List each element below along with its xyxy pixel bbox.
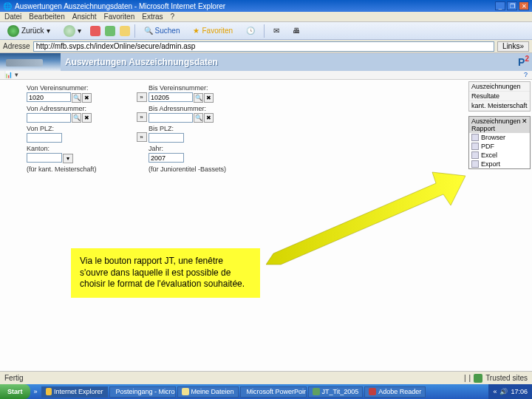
lookup-icon[interactable]: 🔍 [194, 113, 203, 123]
taskbar-item[interactable]: Posteingang - Micros... [109, 386, 176, 398]
forward-button[interactable]: ▾ [59, 24, 86, 38]
filter-form: Von Vereinsnummer: 🔍✖ » Bis Vereinsnumme… [27, 84, 337, 176]
help-button[interactable]: ? [524, 71, 528, 79]
maximize-button[interactable]: ❐ [507, 1, 517, 10]
menu-edit[interactable]: Bearbeiten [29, 13, 64, 21]
bis-plz-input[interactable] [149, 133, 184, 143]
stop-button[interactable] [90, 26, 100, 36]
von-verein-input[interactable] [27, 92, 71, 102]
lookup-icon[interactable]: 🔍 [72, 113, 81, 123]
search-button[interactable]: 🔍 Suchen [140, 25, 185, 36]
panel-item-label: Excel [481, 151, 497, 159]
tray-expand-icon[interactable]: « [493, 388, 497, 395]
taskbar-label: Internet Explorer [54, 388, 103, 395]
home-button[interactable] [120, 26, 130, 36]
page-title: Auswertungen Auszeichnungsdaten [65, 57, 218, 67]
refresh-button[interactable] [105, 26, 115, 36]
ie-menubar: Datei Bearbeiten Ansicht Favoriten Extra… [0, 12, 532, 22]
meister-note: (für kant. Meisterschaft) [27, 166, 134, 173]
taskbar-label: Posteingang - Micros... [116, 388, 176, 395]
jahr-label: Jahr: [149, 145, 256, 152]
taskbar-label: Meine Dateien [191, 388, 234, 395]
von-adr-label: Von Adressnummer: [27, 105, 134, 112]
history-button[interactable]: 🕓 [242, 25, 259, 36]
von-plz-input[interactable] [27, 133, 62, 143]
von-plz-label: Von PLZ: [27, 125, 134, 132]
panel-close-icon[interactable]: ✕ [522, 117, 528, 132]
clear-icon[interactable]: ✖ [82, 113, 92, 123]
lookup-icon[interactable]: 🔍 [194, 93, 203, 103]
clear-icon[interactable]: ✖ [204, 113, 214, 123]
panel-item-excel[interactable]: Excel [469, 151, 530, 160]
print-button[interactable]: 🖶 [288, 25, 304, 36]
annotation-arrow [266, 168, 466, 272]
address-input[interactable]: http://mfb.svps.ch/indexOnline/secure/ad… [33, 41, 494, 52]
dropdown-icon[interactable]: ▾ [63, 154, 73, 163]
favorites-button[interactable]: ★ Favoriten [188, 25, 237, 36]
links-button[interactable]: Links » [497, 41, 529, 52]
right-sidebar: Auszeichnungen Resultate kant. Meistersc… [468, 81, 531, 169]
ie-icon [46, 388, 52, 395]
address-label: Adresse [3, 42, 30, 50]
clear-icon[interactable]: ✖ [204, 93, 214, 103]
kanton-input[interactable] [27, 153, 62, 163]
copy-right-button[interactable]: » [137, 92, 147, 102]
system-tray[interactable]: « 🔊 17:06 [488, 384, 532, 399]
panel-item-label: PDF [481, 143, 494, 150]
export-panel: Auszeichnungen Rapport✕ Browser PDF Exce… [468, 116, 531, 169]
sub-toolbar: 📊 ▾ ? [0, 71, 532, 80]
separator [134, 24, 135, 38]
lookup-icon[interactable]: 🔍 [72, 93, 81, 103]
menu-fav[interactable]: Favoriten [104, 13, 135, 21]
windows-taskbar: Start » Internet Explorer Posteingang - … [0, 384, 532, 399]
taskbar-item[interactable]: Adobe Reader [364, 386, 426, 398]
taskbar-item[interactable]: Internet Explorer [41, 386, 108, 398]
back-icon [7, 25, 19, 37]
menu-help[interactable]: ? [171, 13, 175, 21]
pdf-icon [471, 143, 479, 150]
list-item[interactable]: kant. Meisterschaft [469, 101, 530, 111]
panel-header: Auszeichnungen Rapport✕ [469, 117, 530, 133]
taskbar-item[interactable]: JT_Tit_2005 [308, 386, 364, 398]
fav-label: Favoriten [202, 27, 233, 35]
list-item[interactable]: Resultate [469, 92, 530, 101]
app-header: Auswertungen Auszeichnungsdaten P2 [0, 53, 532, 71]
bis-adr-input[interactable] [149, 113, 193, 123]
search-label: Suchen [155, 27, 180, 35]
back-button[interactable]: Zurück ▾ [3, 24, 55, 38]
minimize-button[interactable]: _ [495, 1, 505, 10]
mail-button[interactable]: ✉ [269, 25, 284, 36]
close-button[interactable]: ✕ [519, 1, 529, 10]
callout-text: Via le bouton rapport JT, une fenêtre s'… [80, 256, 245, 289]
copy-right-button[interactable]: » [137, 112, 147, 122]
jahr-input[interactable] [149, 153, 184, 163]
ie-icon: 🌐 [3, 2, 12, 10]
back-label: Zurück [21, 27, 44, 35]
status-sep: | [464, 374, 466, 382]
menu-view[interactable]: Ansicht [72, 13, 97, 21]
panel-item-label: Export [481, 160, 500, 168]
window-title: Auswertungen Auszeichnungsdaten - Micros… [15, 2, 225, 10]
export-icon [471, 160, 479, 168]
taskbar-item[interactable]: Meine Dateien [177, 386, 239, 398]
panel-item-pdf[interactable]: PDF [469, 142, 530, 151]
panel-item-export[interactable]: Export [469, 160, 530, 168]
browser-icon [471, 134, 479, 141]
copy-right-button[interactable]: » [137, 132, 147, 142]
ie-status-bar: Fertig | | Trusted sites [0, 371, 532, 384]
panel-item-browser[interactable]: Browser [469, 133, 530, 142]
excel-icon [471, 151, 479, 159]
list-item[interactable]: Auszeichnungen [469, 82, 530, 92]
sub-left-icon[interactable]: 📊 ▾ [4, 71, 18, 79]
von-adr-input[interactable] [27, 113, 71, 123]
start-button[interactable]: Start [0, 384, 30, 399]
ie-address-bar: Adresse http://mfb.svps.ch/indexOnline/s… [0, 40, 532, 53]
tray-icon[interactable]: 🔊 [499, 388, 508, 395]
taskbar-item[interactable]: Microsoft PowerPoint [240, 386, 307, 398]
bis-verein-input[interactable] [149, 92, 193, 102]
clear-icon[interactable]: ✖ [82, 93, 92, 103]
menu-file[interactable]: Datei [4, 13, 21, 21]
content-area: Von Vereinsnummer: 🔍✖ » Bis Vereinsnumme… [0, 80, 532, 371]
menu-extras[interactable]: Extras [142, 13, 163, 21]
quicklaunch[interactable]: » [32, 388, 40, 395]
